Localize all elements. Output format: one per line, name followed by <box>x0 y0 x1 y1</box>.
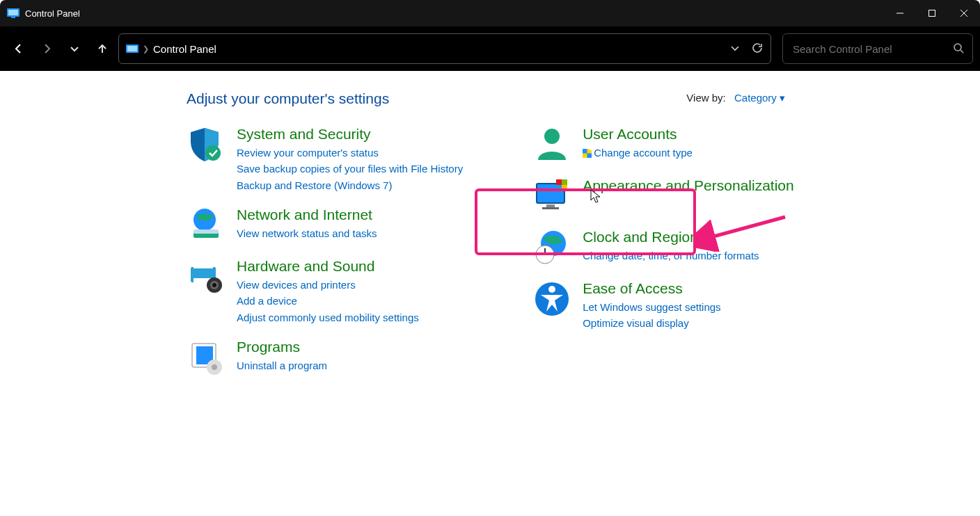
sub-link[interactable]: Let Windows suggest settings <box>583 299 720 315</box>
printer-camera-icon <box>187 257 226 296</box>
category-hardware-sound: Hardware and Sound View devices and prin… <box>187 257 463 325</box>
navbar: ❯ Control Panel <box>0 26 980 71</box>
user-icon <box>532 125 571 164</box>
view-by-dropdown[interactable]: Category ▾ <box>734 92 785 104</box>
svg-rect-14 <box>193 229 219 234</box>
category-link[interactable]: System and Security <box>237 125 463 143</box>
titlebar: Control Panel <box>0 0 980 26</box>
svg-rect-27 <box>587 154 592 159</box>
shield-icon <box>187 125 226 164</box>
category-network-internet: Network and Internet View network status… <box>187 206 463 245</box>
view-by: View by: Category ▾ <box>686 92 785 104</box>
svg-rect-30 <box>546 204 555 207</box>
back-button[interactable] <box>7 37 31 61</box>
recent-locations-button[interactable] <box>63 37 86 61</box>
view-by-label: View by: <box>686 92 725 104</box>
sub-link[interactable]: Optimize visual display <box>583 315 720 331</box>
svg-line-10 <box>961 50 963 53</box>
close-button[interactable] <box>948 0 980 26</box>
content-area: Adjust your computer's settings View by:… <box>0 71 980 516</box>
forward-button[interactable] <box>35 37 58 61</box>
window-title: Control Panel <box>25 8 80 19</box>
svg-rect-32 <box>556 179 562 185</box>
category-link[interactable]: Network and Internet <box>237 206 377 223</box>
category-link[interactable]: Clock and Region <box>583 228 759 245</box>
sub-link[interactable]: View network status and tasks <box>237 225 377 241</box>
control-panel-icon <box>7 7 19 19</box>
search-input[interactable] <box>791 42 933 56</box>
svg-rect-33 <box>562 179 567 185</box>
breadcrumb-separator-icon: ❯ <box>143 45 149 54</box>
control-panel-window: Control Panel ❯ Control Panel Adj <box>0 0 980 516</box>
chevron-down-icon: ▾ <box>780 92 785 104</box>
sub-link[interactable]: Uninstall a program <box>237 357 327 373</box>
svg-rect-26 <box>583 149 587 154</box>
uac-shield-icon <box>583 146 592 155</box>
category-programs: Programs Uninstall a program <box>187 338 463 377</box>
svg-point-9 <box>954 44 961 51</box>
svg-rect-2 <box>11 17 15 18</box>
svg-rect-34 <box>556 185 562 191</box>
breadcrumb-root[interactable]: Control Panel <box>153 43 216 55</box>
category-link[interactable]: Programs <box>237 338 327 355</box>
programs-icon <box>187 338 226 377</box>
svg-point-11 <box>205 145 221 161</box>
svg-rect-8 <box>127 46 137 51</box>
page-heading: Adjust your computer's settings <box>187 90 980 107</box>
globe-icon <box>187 206 226 245</box>
category-link[interactable]: Appearance and Personalization <box>583 177 794 194</box>
category-user-accounts: User Accounts Change account type <box>532 125 794 164</box>
monitor-icon <box>532 177 571 216</box>
minimize-button[interactable] <box>884 0 916 26</box>
svg-rect-1 <box>8 10 18 15</box>
category-ease-of-access: Ease of Access Let Windows suggest setti… <box>532 280 794 332</box>
search-box[interactable] <box>782 33 973 64</box>
search-icon <box>953 42 964 56</box>
address-history-button[interactable] <box>730 43 740 55</box>
sub-link[interactable]: Change date, time, or number formats <box>583 248 759 264</box>
accessibility-icon <box>532 280 571 319</box>
sub-link[interactable]: Save backup copies of your files with Fi… <box>237 161 463 177</box>
svg-point-25 <box>544 129 560 144</box>
category-clock-region: Clock and Region Change date, time, or n… <box>532 228 794 267</box>
address-bar[interactable]: ❯ Control Panel <box>118 33 771 64</box>
category-system-security: System and Security Review your computer… <box>187 125 463 193</box>
svg-point-24 <box>212 364 217 370</box>
svg-rect-16 <box>193 263 213 268</box>
control-panel-mini-icon <box>126 45 139 53</box>
left-column: System and Security Review your computer… <box>187 125 463 389</box>
right-column: User Accounts Change account type Appear… <box>532 125 794 389</box>
sub-link[interactable]: View devices and printers <box>237 277 419 293</box>
sub-link[interactable]: Backup and Restore (Windows 7) <box>237 177 463 193</box>
svg-point-20 <box>212 283 216 287</box>
category-link[interactable]: User Accounts <box>583 125 693 143</box>
category-link[interactable]: Ease of Access <box>583 280 720 297</box>
sub-link[interactable]: Review your computer's status <box>237 145 463 161</box>
category-link[interactable]: Hardware and Sound <box>237 257 419 275</box>
svg-rect-35 <box>562 185 567 191</box>
refresh-button[interactable] <box>751 42 764 56</box>
maximize-button[interactable] <box>916 0 948 26</box>
clock-globe-icon <box>532 228 571 267</box>
svg-rect-4 <box>929 10 935 17</box>
sub-link[interactable]: Adjust commonly used mobility settings <box>237 309 419 325</box>
category-appearance: Appearance and Personalization <box>532 177 794 216</box>
svg-point-41 <box>548 286 555 293</box>
up-button[interactable] <box>90 37 114 61</box>
sub-link[interactable]: Add a device <box>237 293 419 309</box>
sub-link[interactable]: Change account type <box>583 145 693 161</box>
svg-rect-31 <box>542 207 559 209</box>
